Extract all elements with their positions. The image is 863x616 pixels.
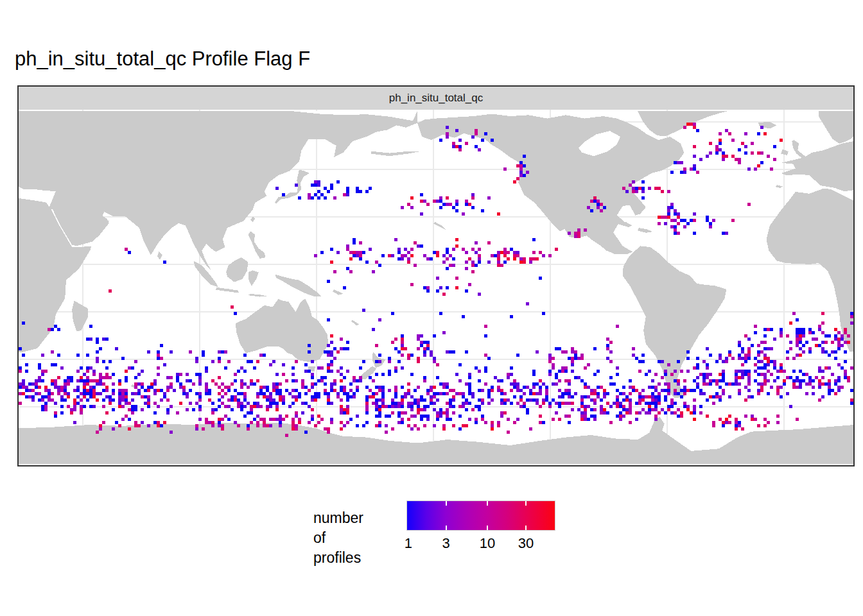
profile-tile: [439, 200, 442, 203]
profile-tile: [426, 405, 430, 408]
profile-tile: [519, 261, 523, 264]
profile-tile: [317, 190, 320, 193]
profile-tile: [67, 382, 70, 386]
profile-tile: [308, 421, 311, 424]
profile-tile: [308, 350, 311, 354]
profile-tile: [516, 354, 519, 357]
profile-tile: [243, 354, 247, 357]
profile-tile: [227, 360, 231, 363]
profile-tile: [311, 376, 314, 379]
profile-tile: [561, 395, 564, 398]
profile-tile: [423, 347, 426, 350]
profile-tile: [693, 379, 696, 382]
profile-tile: [741, 347, 744, 350]
profile-tile: [702, 379, 706, 382]
profile-tile: [763, 334, 767, 338]
profile-tile: [744, 373, 747, 376]
profile-tile: [452, 248, 455, 251]
profile-tile: [712, 219, 715, 222]
profile-tile: [670, 373, 674, 376]
profile-tile: [471, 392, 475, 395]
profile-tile: [269, 402, 272, 405]
profile-tile: [353, 241, 356, 244]
profile-tile: [433, 251, 436, 254]
profile-tile: [664, 389, 667, 392]
profile-tile: [333, 389, 336, 392]
profile-tile: [715, 392, 719, 395]
profile-tile: [731, 219, 735, 222]
profile-tile: [841, 334, 844, 338]
profile-tile: [834, 379, 837, 382]
facet-strip-label: ph_in_situ_total_qc: [389, 92, 484, 105]
profile-tile: [568, 357, 571, 360]
profile-tile: [205, 366, 208, 370]
profile-tile: [330, 389, 333, 392]
profile-tile: [686, 123, 690, 126]
profile-tile: [609, 350, 613, 354]
profile-tile: [231, 398, 234, 402]
profile-tile: [564, 402, 568, 405]
profile-tile: [381, 254, 385, 257]
profile-tile: [735, 158, 738, 161]
profile-tile: [654, 395, 658, 398]
profile-tile: [699, 373, 702, 376]
profile-tile: [346, 392, 349, 395]
profile-tile: [491, 386, 494, 389]
profile-tile: [587, 418, 590, 421]
profile-tile: [234, 398, 237, 402]
profile-tile: [728, 354, 731, 357]
profile-tile: [263, 418, 266, 421]
profile-tile: [526, 408, 529, 411]
profile-tile: [340, 366, 343, 370]
profile-tile: [385, 415, 388, 418]
profile-tile: [571, 370, 574, 373]
profile-tile: [725, 357, 728, 360]
profile-tile: [696, 363, 699, 366]
profile-tile: [41, 379, 44, 382]
profile-tile: [401, 257, 404, 261]
profile-tile: [487, 241, 491, 244]
profile-tile: [658, 398, 661, 402]
profile-tile: [430, 350, 433, 354]
profile-tile: [693, 155, 696, 158]
profile-tile: [747, 382, 751, 386]
profile-tile: [330, 421, 333, 424]
profile-tile: [497, 261, 500, 264]
profile-tile: [439, 196, 442, 200]
profile-tile: [706, 347, 709, 350]
profile-tile: [850, 389, 853, 392]
profile-tile: [828, 392, 831, 395]
profile-tile: [407, 392, 410, 395]
profile-tile: [349, 257, 353, 261]
profile-tile: [141, 421, 144, 424]
profile-tile: [491, 254, 494, 257]
profile-tile: [401, 386, 404, 389]
profile-tile: [555, 376, 558, 379]
profile-tile: [439, 286, 442, 289]
profile-tile: [574, 350, 577, 354]
profile-tile: [802, 331, 805, 334]
profile-tile: [234, 421, 237, 424]
profile-tile: [558, 395, 561, 398]
profile-tile: [828, 366, 831, 370]
profile-tile: [625, 395, 629, 398]
profile-tile: [674, 161, 677, 164]
profile-tile: [160, 398, 163, 402]
profile-tile: [391, 402, 394, 405]
profile-tile: [134, 382, 137, 386]
profile-tile: [269, 405, 272, 408]
profile-tile: [841, 386, 844, 389]
profile-tile: [240, 405, 243, 408]
profile-tile: [234, 373, 237, 376]
profile-tile: [144, 389, 147, 392]
profile-tile: [658, 402, 661, 405]
profile-tile: [99, 347, 102, 350]
profile-tile: [285, 434, 288, 437]
profile-tile: [802, 350, 805, 354]
profile-tile: [51, 392, 54, 395]
profile-tile: [22, 321, 25, 325]
profile-tile: [404, 395, 407, 398]
profile-tile: [125, 402, 128, 405]
profile-tile: [500, 411, 503, 415]
profile-tile: [60, 386, 64, 389]
